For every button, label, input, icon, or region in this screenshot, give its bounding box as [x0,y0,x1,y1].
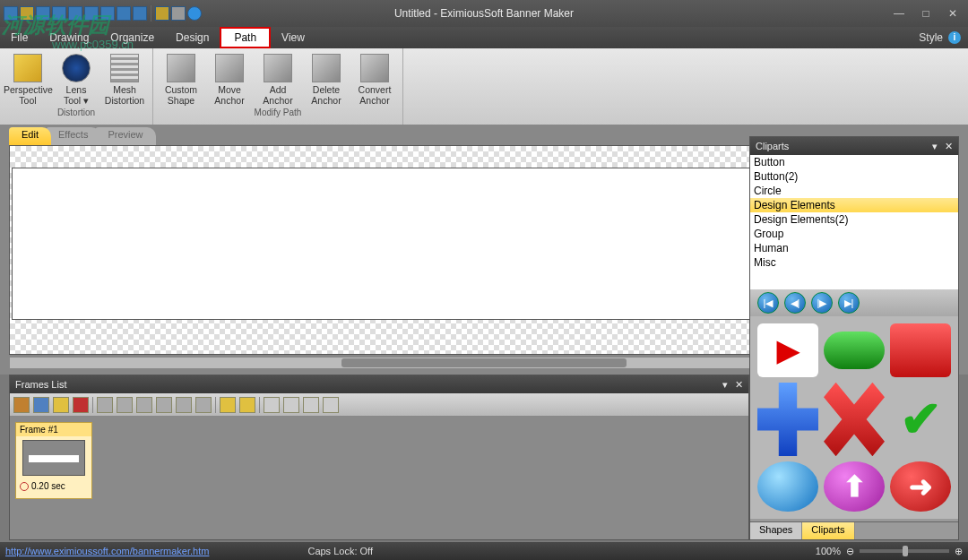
lens-tool-button[interactable]: Lens Tool ▾ [52,50,100,108]
pin-icon[interactable]: ▾ [722,379,728,391]
custom-shape-button[interactable]: Custom Shape [157,50,205,108]
clipart-magenta-up[interactable]: ⬆ [824,461,885,512]
clipart-red-x[interactable] [824,383,885,457]
watermark-url: www.pc0359.cn [52,38,134,51]
clipart-category-item[interactable]: Group [750,227,958,241]
frame-item-1[interactable]: Frame #1 0.20 sec [15,422,92,499]
clipart-green-check[interactable]: ✔ [890,383,951,457]
clipart-category-item[interactable]: Misc [750,255,958,270]
menu-file[interactable]: File [0,27,39,48]
status-zoom: 100% [816,546,841,556]
titlebar: Untitled - EximiousSoft Banner Maker — □… [0,0,968,27]
qat-cart-icon[interactable] [171,6,186,21]
convert-anchor-button[interactable]: Convert Anchor [350,50,399,108]
clipart-category-item[interactable]: Design Elements [750,198,958,212]
status-link[interactable]: http://www.eximioussoft.com/bannermaker.… [5,546,209,556]
scrollbar-thumb[interactable] [341,358,626,367]
tab-preview[interactable]: Preview [95,127,155,145]
qat-paste-icon[interactable] [133,6,147,21]
close-panel-icon[interactable]: ✕ [735,379,743,391]
ribbon-group-distortion: Perspective Tool Lens Tool ▾ Mesh Distor… [0,48,153,125]
delete-anchor-icon [312,54,341,82]
minimize-button[interactable]: — [891,7,907,20]
qat-undo-icon[interactable] [68,6,82,21]
cliparts-preview-grid: ▶ ✔ ⬆ ➜ [750,316,958,519]
menu-view[interactable]: View [271,27,315,48]
pen-icon [167,54,195,82]
menubar: File Drawing Organize Design Path View S… [0,27,968,48]
move-anchor-button[interactable]: Move Anchor [205,50,254,108]
nav-first-icon[interactable]: |◀ [757,292,779,314]
qat-help-icon[interactable] [187,6,202,21]
clipart-green-pill[interactable] [824,332,885,369]
frame-last-icon[interactable] [323,397,339,413]
frame-globe-icon[interactable] [220,397,236,413]
clipart-category-item[interactable]: Human [750,241,958,255]
statusbar: http://www.eximioussoft.com/bannermaker.… [0,542,968,560]
frame-tool3-icon[interactable] [136,397,152,413]
clipart-play-icon[interactable]: ▶ [757,323,818,377]
move-anchor-icon [215,54,244,82]
frame-delete-icon[interactable] [73,397,89,413]
frame-dup-icon[interactable] [33,397,49,413]
tab-edit[interactable]: Edit [9,127,51,145]
menu-style-link[interactable]: Style [919,31,943,44]
tab-shapes[interactable]: Shapes [750,522,802,539]
qat-save-icon[interactable] [36,6,50,21]
clipart-category-item[interactable]: Button [750,155,958,169]
qat-new-icon[interactable] [4,6,18,21]
ribbon: Perspective Tool Lens Tool ▾ Mesh Distor… [0,48,968,125]
qat-clip-icon[interactable] [155,6,169,21]
qat-copy-icon[interactable] [117,6,131,21]
tab-cliparts[interactable]: Cliparts [802,522,854,539]
frame-next-icon[interactable] [303,397,319,413]
cliparts-panel: Cliparts ▾ ✕ ButtonButton(2)CircleDesign… [749,136,959,540]
frame-tool4-icon[interactable] [156,397,172,413]
maximize-button[interactable]: □ [918,7,934,20]
nav-next-icon[interactable]: |▶ [811,292,833,314]
close-button[interactable]: ✕ [945,7,961,20]
close-panel-icon[interactable]: ✕ [945,141,953,152]
qat-export-icon[interactable] [52,6,66,21]
clipart-blue-ball[interactable] [757,461,818,512]
clipart-category-item[interactable]: Button(2) [750,169,958,184]
qat-print-icon[interactable] [100,6,115,21]
frame-tool6-icon[interactable] [195,397,212,413]
qat-open-icon[interactable] [20,6,34,21]
frame-first-icon[interactable] [264,397,280,413]
delete-anchor-button[interactable]: Delete Anchor [302,50,350,108]
zoom-slider[interactable] [860,549,949,553]
add-anchor-button[interactable]: Add Anchor [254,50,302,108]
perspective-tool-button[interactable]: Perspective Tool [4,50,52,108]
menu-design[interactable]: Design [165,27,220,48]
convert-anchor-icon [360,54,389,82]
info-icon[interactable]: i [948,31,961,44]
toolbar-separator2 [215,397,216,413]
nav-prev-icon[interactable]: ◀| [784,292,806,314]
perspective-icon [13,54,42,82]
clipart-blue-plus[interactable] [757,383,818,457]
frame-tool2-icon[interactable] [117,397,133,413]
zoom-out-icon[interactable]: ⊖ [846,546,854,557]
frame-tool5-icon[interactable] [176,397,192,413]
clock-icon [20,482,29,491]
frame-add-icon[interactable] [13,397,30,413]
lens-icon [62,54,91,82]
clipart-category-item[interactable]: Design Elements(2) [750,212,958,227]
qat-redo-icon[interactable] [84,6,99,21]
mesh-distortion-button[interactable]: Mesh Distortion [100,50,149,108]
cliparts-list[interactable]: ButtonButton(2)CircleDesign ElementsDesi… [750,155,958,289]
clipart-category-item[interactable]: Circle [750,184,958,198]
pin-icon[interactable]: ▾ [932,141,938,152]
frame-prev-icon[interactable] [283,397,299,413]
frame-copy-icon[interactable] [53,397,69,413]
nav-last-icon[interactable]: ▶| [838,292,860,314]
clipart-red-arrow[interactable]: ➜ [890,461,951,512]
tab-effects[interactable]: Effects [46,127,100,145]
frame-time-icon[interactable] [239,397,255,413]
frames-panel-title: Frames List [15,379,66,390]
zoom-in-icon[interactable]: ⊕ [955,546,963,557]
menu-path[interactable]: Path [220,27,271,48]
clipart-red-square[interactable] [890,323,951,377]
frame-tool-icon[interactable] [97,397,113,413]
